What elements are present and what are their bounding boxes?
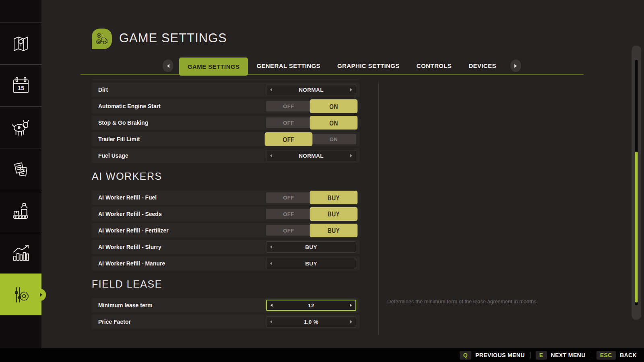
tab-devices[interactable]: DEVICES: [460, 58, 505, 74]
tab-controls[interactable]: CONTROLS: [408, 58, 460, 74]
toggle-option-buy[interactable]: BUY: [310, 191, 358, 204]
arrow-right-icon: [350, 320, 352, 323]
setting-row: Trailer Fill LimitOFFON: [92, 132, 359, 146]
calendar-icon: 15: [10, 75, 32, 97]
toggle-option-off[interactable]: OFF: [265, 132, 313, 146]
sidebar-item-animals[interactable]: [0, 106, 41, 148]
setting-label: AI Worker Refill - Slurry: [98, 240, 161, 254]
key-badge: ESC: [597, 351, 616, 360]
arrow-left-icon: [270, 320, 272, 323]
key-hint-q[interactable]: QPREVIOUS MENU: [460, 351, 525, 360]
toggle-option-off[interactable]: OFF: [266, 101, 311, 111]
value-selector[interactable]: 1.0 %: [266, 316, 356, 327]
hint-label: NEXT MENU: [551, 352, 586, 358]
value-selector[interactable]: NORMAL: [266, 150, 356, 161]
chevron-left-icon: [167, 64, 169, 68]
setting-row: AI Worker Refill - SlurryBUY: [92, 240, 359, 254]
toggle-switch: OFFBUY: [266, 209, 356, 219]
setting-label: Minimum lease term: [98, 298, 153, 313]
selector-value: 12: [275, 302, 347, 309]
setting-label: Dirt: [98, 82, 108, 97]
production-icon: [10, 200, 32, 222]
setting-row: AI Worker Refill - SeedsOFFBUY: [92, 207, 359, 221]
arrow-left-icon: [270, 262, 272, 265]
selector-value: BUY: [275, 244, 347, 250]
tab-graphic-settings[interactable]: GRAPHIC SETTINGS: [329, 58, 408, 74]
setting-label: Price Factor: [98, 315, 131, 329]
arrow-left-icon: [270, 154, 272, 157]
selector-prev-arrow[interactable]: [270, 258, 275, 269]
svg-text:15: 15: [17, 85, 24, 91]
scrollbar[interactable]: [632, 45, 641, 320]
toggle-option-on[interactable]: ON: [311, 134, 356, 144]
toggle-option-buy[interactable]: BUY: [310, 207, 358, 221]
selector-next-arrow[interactable]: [347, 300, 352, 310]
setting-label: Trailer Fill Limit: [98, 132, 140, 146]
panel-divider: [378, 82, 379, 335]
tab-underline: [80, 74, 584, 75]
toggle-option-on[interactable]: ON: [310, 116, 358, 130]
key-badge: Q: [460, 351, 471, 360]
tabs-next-button[interactable]: [510, 60, 521, 72]
toggle-option-off[interactable]: OFF: [266, 225, 311, 236]
setting-row: Price Factor1.0 %: [92, 315, 359, 329]
hint-separator: [530, 352, 530, 358]
setting-description: Determines the minimum term of the lease…: [387, 298, 576, 304]
scrollbar-thumb[interactable]: [635, 152, 638, 302]
selector-next-arrow[interactable]: [347, 84, 352, 95]
selector-next-arrow[interactable]: [347, 150, 352, 161]
settings-list: DirtNORMALAutomatic Engine StartOFFONSto…: [92, 79, 359, 331]
selector-prev-arrow[interactable]: [270, 300, 275, 310]
selector-prev-arrow[interactable]: [270, 150, 275, 161]
tabs-prev-button[interactable]: [163, 60, 173, 72]
setting-row: AI Worker Refill - FertilizerOFFBUY: [92, 223, 359, 238]
sidebar-item-calendar[interactable]: 15: [0, 64, 41, 106]
setting-label: Fuel Usage: [98, 148, 128, 163]
value-selector[interactable]: BUY: [266, 258, 356, 269]
toggle-switch: OFFON: [266, 101, 356, 111]
animals-icon: [10, 117, 32, 138]
toggle-option-off[interactable]: OFF: [266, 117, 311, 128]
toggle-option-on[interactable]: ON: [310, 99, 358, 113]
active-item-pointer: [36, 289, 46, 301]
key-hint-esc[interactable]: ESCBACK: [597, 351, 637, 360]
arrow-right-icon: [350, 304, 352, 307]
selector-prev-arrow[interactable]: [270, 317, 275, 327]
selector-value: NORMAL: [275, 153, 347, 159]
scrolled-row-sliver: [92, 79, 359, 80]
selector-next-arrow[interactable]: [347, 317, 352, 327]
selector-prev-arrow[interactable]: [270, 84, 275, 95]
toggle-option-off[interactable]: OFF: [266, 192, 311, 203]
hint-separator: [591, 352, 591, 358]
setting-label: AI Worker Refill - Seeds: [98, 207, 162, 221]
sidebar-item-game-settings[interactable]: [0, 274, 41, 315]
arrow-left-icon: [270, 304, 272, 307]
setting-row: Minimum lease term12: [92, 298, 359, 313]
map-icon: [10, 33, 32, 55]
key-badge: E: [536, 351, 547, 360]
tab-general-settings[interactable]: GENERAL SETTINGS: [248, 58, 329, 74]
setting-row: Automatic Engine StartOFFON: [92, 99, 359, 113]
sidebar-item-contracts[interactable]: [0, 148, 41, 190]
sidebar-item-map[interactable]: [0, 23, 41, 64]
key-hint-e[interactable]: ENEXT MENU: [536, 351, 586, 360]
value-selector[interactable]: NORMAL: [266, 84, 356, 95]
chevron-right-icon: [514, 64, 517, 68]
toggle-option-buy[interactable]: BUY: [310, 224, 358, 237]
setting-label: AI Worker Refill - Fuel: [98, 190, 157, 205]
section-heading: AI WORKERS: [92, 169, 359, 183]
sidebar-item-statistics[interactable]: [0, 232, 41, 274]
toggle-switch: OFFBUY: [266, 225, 356, 236]
sidebar: 15: [0, 0, 41, 348]
selector-prev-arrow[interactable]: [270, 242, 275, 252]
toggle-option-off[interactable]: OFF: [266, 209, 311, 219]
toggle-switch: OFFBUY: [266, 192, 356, 203]
tab-game-settings[interactable]: GAME SETTINGS: [179, 58, 248, 76]
tab-list: GAME SETTINGSGENERAL SETTINGSGRAPHIC SET…: [179, 57, 505, 75]
selector-value: BUY: [275, 261, 347, 267]
value-selector[interactable]: 12: [266, 300, 356, 311]
settings-icon: [10, 284, 32, 306]
value-selector[interactable]: BUY: [266, 241, 356, 253]
sidebar-item-production[interactable]: [0, 190, 41, 232]
contracts-icon: [10, 158, 32, 180]
